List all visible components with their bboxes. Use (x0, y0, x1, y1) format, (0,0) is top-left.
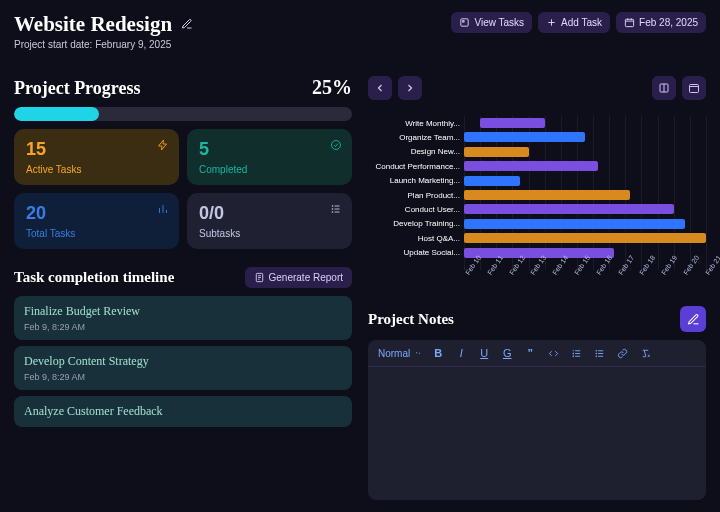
date-picker-button[interactable]: Feb 28, 2025 (616, 12, 706, 33)
chart-row-label: Develop Training... (368, 219, 464, 228)
add-task-button[interactable]: Add Task (538, 12, 610, 33)
stat-completed-label: Completed (199, 164, 340, 175)
bold-button[interactable]: B (431, 347, 445, 359)
chart-bar[interactable] (464, 161, 598, 171)
stat-completed-value: 5 (199, 139, 340, 160)
stat-completed[interactable]: 5 Completed (187, 129, 352, 185)
notes-edit-button[interactable] (680, 306, 706, 332)
chart-bar[interactable] (464, 190, 630, 200)
list-icon (330, 203, 342, 217)
timeline-item-title: Finalize Budget Review (24, 304, 342, 319)
editor-toolbar: Normal B I U G ” (368, 340, 706, 367)
svg-rect-2 (625, 19, 633, 26)
stat-total-value: 20 (26, 203, 167, 224)
view-calendar-button[interactable] (682, 76, 706, 100)
chart-bar[interactable] (464, 219, 685, 229)
chart-row-label: Conduct User... (368, 205, 464, 214)
page-title: Website Redesign (14, 12, 172, 36)
chart-row: Host Q&A... (368, 231, 706, 245)
chart-next-button[interactable] (398, 76, 422, 100)
project-start-date: Project start date: February 9, 2025 (14, 39, 193, 50)
timeline-item-date: Feb 9, 8:29 AM (24, 322, 342, 332)
chart-bar[interactable] (464, 233, 706, 243)
stat-subtasks-label: Subtasks (199, 228, 340, 239)
color-button[interactable]: G (500, 347, 514, 359)
chart-row-label: Organize Team... (368, 133, 464, 142)
clear-format-button[interactable] (638, 348, 652, 359)
timeline-title: Task completion timeline (14, 269, 174, 286)
svg-point-4 (332, 206, 333, 207)
svg-point-5 (332, 209, 333, 210)
timeline-item[interactable]: Develop Content StrategyFeb 9, 8:29 AM (14, 346, 352, 390)
underline-button[interactable]: U (477, 347, 491, 359)
chart-row: Organize Team... (368, 130, 706, 144)
ordered-list-button[interactable] (569, 348, 583, 359)
chart-bar[interactable] (464, 147, 529, 157)
format-select-label: Normal (378, 348, 410, 359)
progress-title: Project Progress (14, 78, 140, 99)
chart-row-label: Update Social... (368, 248, 464, 257)
chart-row: Conduct Performance... (368, 159, 706, 173)
link-button[interactable] (615, 348, 629, 359)
svg-point-10 (596, 350, 597, 351)
stat-subtasks-value: 0/0 (199, 203, 340, 224)
view-tasks-button[interactable]: View Tasks (451, 12, 532, 33)
chart-row: Develop Training... (368, 217, 706, 231)
timeline-item-title: Analyze Customer Feedback (24, 404, 342, 419)
view-tasks-label: View Tasks (474, 17, 524, 28)
chart-row-label: Conduct Performance... (368, 162, 464, 171)
chart-row-label: Host Q&A... (368, 234, 464, 243)
chart-row-label: Write Monthly... (368, 119, 464, 128)
stat-active-value: 15 (26, 139, 167, 160)
bolt-icon (157, 139, 169, 153)
check-circle-icon (330, 139, 342, 153)
italic-button[interactable]: I (454, 347, 468, 359)
gantt-chart: Write Monthly...Organize Team...Design N… (368, 116, 706, 294)
chart-x-tick: Feb 21 (704, 254, 720, 276)
stat-active-tasks[interactable]: 15 Active Tasks (14, 129, 179, 185)
svg-rect-9 (690, 85, 699, 93)
chart-bar[interactable] (464, 132, 585, 142)
stat-total-tasks[interactable]: 20 Total Tasks (14, 193, 179, 249)
chart-bar[interactable] (464, 204, 674, 214)
view-columns-button[interactable] (652, 76, 676, 100)
stat-active-label: Active Tasks (26, 164, 167, 175)
stat-total-label: Total Tasks (26, 228, 167, 239)
svg-point-11 (596, 353, 597, 354)
generate-report-button[interactable]: Generate Report (245, 267, 353, 288)
code-button[interactable] (546, 348, 560, 359)
date-picker-label: Feb 28, 2025 (639, 17, 698, 28)
chart-row-label: Launch Marketing... (368, 176, 464, 185)
format-select[interactable]: Normal (378, 348, 422, 359)
chart-row-label: Design New... (368, 147, 464, 156)
notes-editor[interactable]: Normal B I U G ” (368, 340, 706, 500)
edit-title-icon[interactable] (181, 18, 193, 32)
timeline-item[interactable]: Analyze Customer Feedback (14, 396, 352, 427)
bullet-list-button[interactable] (592, 348, 606, 359)
stat-subtasks[interactable]: 0/0 Subtasks (187, 193, 352, 249)
svg-point-3 (332, 141, 341, 150)
chart-bar[interactable] (464, 176, 520, 186)
svg-point-6 (332, 212, 333, 213)
chart-row: Design New... (368, 145, 706, 159)
chart-row: Plan Product... (368, 188, 706, 202)
chart-row: Launch Marketing... (368, 174, 706, 188)
timeline-item-date: Feb 9, 8:29 AM (24, 372, 342, 382)
svg-point-12 (596, 355, 597, 356)
svg-rect-1 (463, 21, 464, 22)
timeline-item-title: Develop Content Strategy (24, 354, 342, 369)
chart-row: Conduct User... (368, 202, 706, 216)
chart-row: Write Monthly... (368, 116, 706, 130)
progress-fill (14, 107, 99, 121)
progress-bar (14, 107, 352, 121)
generate-report-label: Generate Report (269, 272, 344, 283)
progress-percent: 25% (312, 76, 352, 99)
chart-bar[interactable] (480, 118, 545, 128)
notes-title: Project Notes (368, 311, 454, 328)
add-task-label: Add Task (561, 17, 602, 28)
chart-prev-button[interactable] (368, 76, 392, 100)
timeline-item[interactable]: Finalize Budget ReviewFeb 9, 8:29 AM (14, 296, 352, 340)
editor-textarea[interactable] (368, 367, 706, 500)
quote-button[interactable]: ” (523, 347, 537, 359)
chart-row-label: Plan Product... (368, 191, 464, 200)
